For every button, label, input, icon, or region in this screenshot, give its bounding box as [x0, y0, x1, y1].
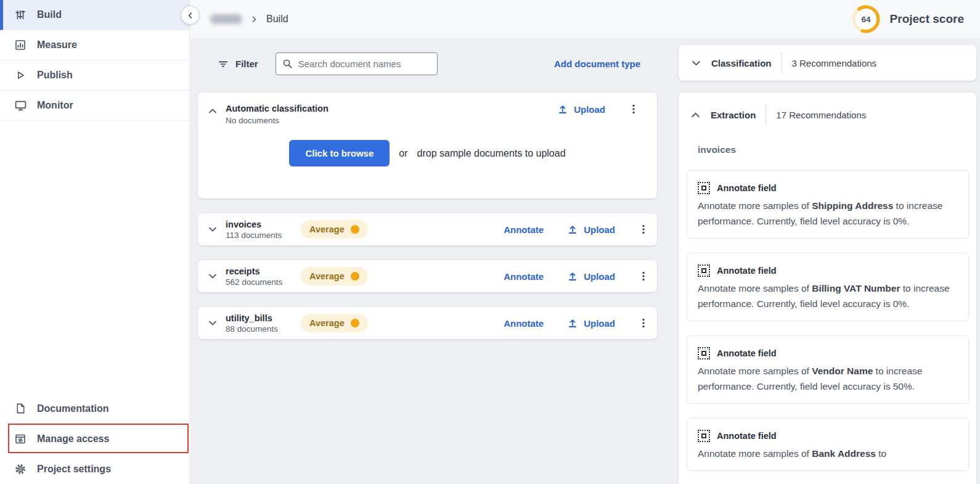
sliders-icon	[14, 8, 27, 22]
document-type-row-receipts: receipts 562 documents Average Annotate	[198, 260, 657, 292]
topbar: Build 64 Project score	[190, 0, 980, 38]
document-type-count: 562 documents	[226, 277, 301, 287]
sidebar-item-measure[interactable]: Measure	[0, 30, 189, 60]
monitor-icon	[14, 99, 27, 112]
extraction-section: Extraction 17 Recommendations invoices A…	[679, 92, 976, 484]
play-icon	[14, 68, 27, 82]
status-badge: Average	[301, 314, 368, 332]
status-badge: Average	[301, 220, 368, 239]
filter-label: Filter	[235, 59, 258, 69]
sidebar-item-manage-access[interactable]: Manage access	[0, 424, 189, 454]
annotate-field-icon	[698, 430, 710, 442]
recommendation-card[interactable]: Annotate field Annotate more samples of …	[687, 335, 969, 404]
project-score: 64 Project score	[851, 4, 964, 34]
auto-classification-subtitle: No documents	[226, 116, 329, 125]
add-document-type-button[interactable]: Add document type	[554, 59, 640, 69]
click-to-browse-button[interactable]: Click to browse	[289, 140, 390, 166]
recommendation-card[interactable]: Annotate field Annotate more samples of …	[687, 170, 969, 239]
annotate-field-icon	[698, 265, 710, 277]
chevron-up-icon[interactable]	[208, 106, 218, 116]
recommendation-text: Annotate more samples of Vendor Name to …	[698, 363, 958, 394]
search-input[interactable]	[298, 59, 431, 69]
filter-button[interactable]: Filter	[218, 59, 258, 70]
chevron-down-icon[interactable]	[208, 318, 218, 328]
upload-icon	[557, 104, 568, 115]
sidebar-item-label: Build	[37, 9, 62, 20]
document-types-panel: Filter Add document type	[198, 38, 657, 484]
app-root: Build Measure Publish	[0, 0, 980, 484]
document-type-name: receipts	[226, 266, 301, 276]
upload-button[interactable]: Upload	[557, 104, 605, 115]
document-type-row-invoices: invoices 113 documents Average Annotate	[198, 213, 657, 245]
gear-icon	[14, 462, 27, 476]
sidebar-collapse-button[interactable]	[181, 6, 200, 25]
badge-dot-icon	[351, 272, 359, 281]
document-type-name: invoices	[226, 219, 301, 229]
divider	[766, 104, 766, 125]
chevron-down-icon[interactable]	[691, 58, 701, 68]
sidebar: Build Measure Publish	[0, 0, 190, 484]
project-score-label: Project score	[890, 12, 964, 26]
document-type-count: 88 documents	[226, 324, 301, 334]
search-box	[276, 52, 438, 75]
sidebar-item-label: Documentation	[37, 403, 108, 414]
document-type-name: utility_bills	[226, 313, 301, 323]
annotate-button[interactable]: Annotate	[504, 224, 544, 235]
recommendation-list: Annotate field Annotate more samples of …	[687, 170, 969, 471]
recommendation-text: Annotate more samples of Shipping Addres…	[698, 198, 958, 229]
toolbar: Filter Add document type	[198, 52, 657, 75]
kebab-menu-icon[interactable]	[639, 271, 648, 282]
chevron-right-icon	[250, 15, 258, 23]
chevron-left-icon	[186, 11, 195, 20]
upload-icon	[567, 224, 578, 235]
auto-classification-title: Automatic classification	[226, 104, 329, 113]
sidebar-item-build[interactable]: Build	[0, 0, 189, 30]
sidebar-item-label: Publish	[37, 70, 73, 81]
breadcrumb-redacted-project[interactable]	[210, 14, 242, 24]
sidebar-item-documentation[interactable]: Documentation	[0, 393, 189, 424]
upload-icon	[567, 318, 578, 329]
recommendation-card[interactable]: Annotate field Annotate more samples of …	[687, 418, 969, 471]
recommendations-panel: Classification 3 Recommendations Extract…	[679, 38, 976, 484]
recommendation-card[interactable]: Annotate field Annotate more samples of …	[687, 253, 969, 321]
sidebar-item-label: Project settings	[37, 464, 111, 475]
badge-dot-icon	[351, 319, 359, 327]
annotate-field-icon	[698, 347, 710, 359]
classification-count: 3 Recommendations	[792, 58, 877, 68]
document-type-row-utility-bills: utility_bills 88 documents Average Annot…	[198, 307, 657, 339]
kebab-menu-icon[interactable]	[639, 224, 648, 235]
chevron-down-icon[interactable]	[208, 224, 218, 234]
recommendation-group-label: invoices	[698, 144, 969, 155]
extraction-count: 17 Recommendations	[776, 110, 866, 120]
project-score-value: 64	[861, 15, 871, 24]
kebab-menu-icon[interactable]	[639, 318, 648, 329]
annotate-field-icon	[698, 182, 710, 194]
annotate-button[interactable]: Annotate	[504, 318, 544, 329]
upload-button[interactable]: Upload	[567, 318, 615, 329]
chevron-down-icon[interactable]	[208, 271, 218, 281]
main-area: Build 64 Project score	[190, 0, 980, 484]
extraction-title: Extraction	[711, 110, 756, 120]
upload-icon	[567, 271, 578, 282]
classification-title: Classification	[711, 58, 772, 68]
upload-button[interactable]: Upload	[567, 224, 615, 235]
sidebar-item-project-settings[interactable]: Project settings	[0, 454, 189, 484]
sidebar-item-monitor[interactable]: Monitor	[0, 91, 189, 121]
content: Filter Add document type	[190, 38, 980, 484]
document-icon	[14, 402, 27, 416]
filter-icon	[218, 59, 229, 70]
window-gear-icon	[14, 432, 27, 446]
annotate-button[interactable]: Annotate	[504, 271, 544, 282]
upload-button[interactable]: Upload	[567, 271, 615, 282]
sidebar-item-label: Monitor	[37, 100, 73, 111]
sidebar-item-publish[interactable]: Publish	[0, 60, 189, 91]
bar-chart-icon	[14, 38, 27, 52]
divider	[782, 52, 782, 73]
chevron-up-icon[interactable]	[690, 110, 701, 120]
kebab-menu-icon[interactable]	[629, 104, 639, 115]
document-type-count: 113 documents	[226, 231, 301, 240]
classification-section: Classification 3 Recommendations	[679, 45, 976, 81]
sidebar-item-label: Manage access	[37, 433, 109, 445]
status-badge: Average	[301, 267, 368, 285]
badge-dot-icon	[351, 225, 359, 234]
